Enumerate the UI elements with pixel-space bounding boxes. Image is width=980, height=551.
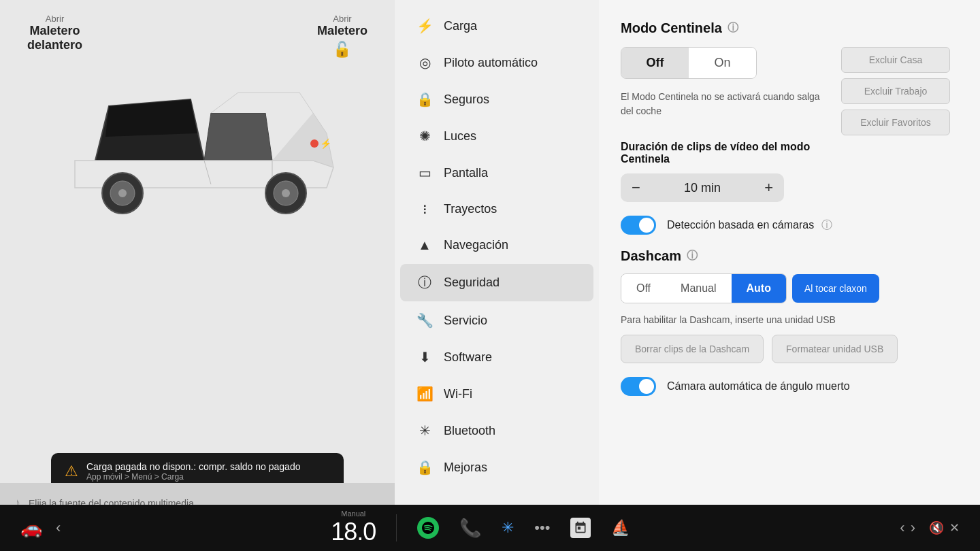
- temperature-display: 18.0: [331, 518, 376, 546]
- nav-item-mejoras[interactable]: 🔒 Mejoras: [400, 450, 593, 485]
- left-panel: Abrir Maleterodelantero Abrir Maletero 🔓: [0, 0, 395, 510]
- duration-control: − 10 min +: [621, 173, 784, 202]
- display-icon: ▭: [416, 165, 433, 181]
- nav-item-bluetooth[interactable]: ✳ Bluetooth: [400, 413, 593, 448]
- rear-trunk-label-main: Maletero: [317, 24, 368, 38]
- blind-spot-toggle-row: Cámara automática de ángulo muerto: [621, 377, 958, 396]
- svg-point-7: [282, 189, 290, 197]
- back-arrow-icon[interactable]: ‹: [56, 519, 61, 537]
- dashcam-toggle-group: Off Manual Auto: [621, 273, 787, 303]
- detection-info-icon[interactable]: ⓘ: [821, 219, 832, 231]
- bottom-center: Manual 18.0 📞 ✳ ••• ⛵: [331, 510, 630, 546]
- clip-duration-title: Duración de clips de vídeo del modoCenti…: [621, 141, 958, 165]
- dashcam-action-buttons: Borrar clips de la Dashcam Formatear uni…: [621, 335, 958, 363]
- nav-item-pantalla[interactable]: ▭ Pantalla: [400, 155, 593, 190]
- wifi-icon: 📶: [416, 386, 433, 402]
- sentinel-off-button[interactable]: Off: [621, 48, 689, 78]
- nav-item-luces[interactable]: ✺ Luces: [400, 118, 593, 154]
- warning-text: Carga pagada no dispon.: compr. saldo no…: [86, 461, 300, 482]
- car-svg: ⚡: [41, 52, 354, 242]
- prev-arrow-icon[interactable]: ‹: [900, 519, 904, 537]
- nav-panel: ⚡ Carga ◎ Piloto automático 🔒 Seguros ✺ …: [395, 0, 599, 510]
- sentinel-info-icon[interactable]: ⓘ: [728, 21, 738, 35]
- nav-arrows: ‹ ›: [900, 519, 915, 537]
- charge-icon: ⚡: [416, 18, 433, 34]
- svg-text:⚡: ⚡: [320, 138, 332, 150]
- nav-item-servicio[interactable]: 🔧 Servicio: [400, 303, 593, 338]
- improvements-icon: 🔒: [416, 459, 433, 475]
- blind-spot-toggle[interactable]: [621, 377, 656, 396]
- usb-text: Para habilitar la Dashcam, inserte una u…: [621, 314, 958, 325]
- volume-control: 🔇 ✕: [929, 520, 960, 535]
- warning-icon: ⚠: [65, 463, 78, 480]
- calendar-icon[interactable]: [570, 518, 591, 538]
- formatear-usb-button[interactable]: Formatear unidad USB: [772, 335, 898, 363]
- nav-item-trayectos[interactable]: ⫶ Trayectos: [400, 192, 593, 227]
- sentinel-description: El Modo Centinela no se activará cuando …: [621, 90, 825, 118]
- sentinel-on-button[interactable]: On: [689, 48, 756, 78]
- svg-point-4: [118, 189, 127, 197]
- horn-button[interactable]: Al tocar claxon: [792, 274, 879, 303]
- svg-point-8: [310, 139, 318, 148]
- nav-item-seguridad[interactable]: ⓘ Seguridad: [400, 264, 593, 301]
- more-options-icon[interactable]: •••: [534, 519, 550, 537]
- car-icon[interactable]: 🚗: [20, 518, 42, 539]
- bottom-bar: 🚗 ‹ Manual 18.0 📞 ✳ ••• ⛵ ‹ ›: [0, 505, 980, 551]
- lights-icon: ✺: [416, 128, 433, 144]
- detection-toggle[interactable]: [621, 216, 656, 235]
- next-arrow-icon[interactable]: ›: [911, 519, 915, 537]
- bottom-left: 🚗 ‹: [20, 518, 61, 539]
- bluetooth-icon: ✳: [416, 422, 433, 439]
- rear-trunk-label-small: Abrir: [317, 14, 368, 24]
- duration-increase-button[interactable]: +: [764, 179, 773, 197]
- dashcam-title: Dashcam ⓘ: [621, 248, 958, 264]
- navigation-icon[interactable]: ⛵: [611, 519, 630, 537]
- service-icon: 🔧: [416, 312, 433, 329]
- lock-icon: 🔒: [416, 91, 433, 107]
- warning-subtitle: App móvil > Menú > Carga: [86, 472, 300, 482]
- bottom-right: ‹ › 🔇 ✕: [900, 519, 960, 537]
- exclude-trabajo-button[interactable]: Excluir Trabajo: [841, 78, 950, 104]
- software-icon: ⬇: [416, 349, 433, 365]
- spotify-icon[interactable]: [417, 517, 439, 539]
- exclude-favoritos-button[interactable]: Excluir Favoritos: [841, 110, 950, 135]
- nav-item-seguros[interactable]: 🔒 Seguros: [400, 82, 593, 117]
- front-trunk-label-main: Maleterodelantero: [27, 24, 82, 52]
- sentinel-toggle-group: Off On: [621, 47, 757, 79]
- sentinel-section-title: Modo Centinela ⓘ: [621, 20, 958, 36]
- nav-item-wifi[interactable]: 📶 Wi-Fi: [400, 376, 593, 412]
- blind-spot-label: Cámara automática de ángulo muerto: [667, 380, 850, 393]
- nav-item-navegacion[interactable]: ▲ Navegación: [400, 228, 593, 263]
- duration-decrease-button[interactable]: −: [632, 179, 640, 197]
- duration-value: 10 min: [684, 181, 721, 195]
- navigation-icon: ▲: [416, 237, 433, 253]
- volume-x-icon: ✕: [949, 520, 960, 535]
- nav-item-software[interactable]: ⬇ Software: [400, 339, 593, 375]
- autopilot-icon: ◎: [416, 54, 433, 71]
- phone-icon[interactable]: 📞: [459, 518, 481, 539]
- manual-label: Manual: [341, 510, 365, 518]
- nav-item-carga[interactable]: ⚡ Carga: [400, 8, 593, 44]
- warning-title: Carga pagada no dispon.: compr. saldo no…: [86, 461, 300, 472]
- detection-label: Detección basada en cámaras ⓘ: [667, 218, 832, 233]
- car-controls: Abrir Maleterodelantero Abrir Maletero 🔓: [0, 0, 395, 59]
- nav-item-piloto[interactable]: ◎ Piloto automático: [400, 45, 593, 80]
- temp-container: Manual 18.0: [331, 510, 376, 546]
- bluetooth-icon[interactable]: ✳: [502, 519, 514, 537]
- trips-icon: ⫶: [416, 201, 433, 217]
- exclude-casa-button[interactable]: Excluir Casa: [841, 47, 950, 73]
- dashcam-controls: Off Manual Auto Al tocar claxon: [621, 273, 958, 303]
- right-panel: Modo Centinela ⓘ Off On El Modo Centinel…: [599, 0, 980, 510]
- volume-mute-icon[interactable]: 🔇: [929, 520, 944, 535]
- dashcam-auto-button[interactable]: Auto: [732, 274, 786, 303]
- dashcam-off-button[interactable]: Off: [621, 274, 666, 303]
- front-trunk-label-small: Abrir: [27, 14, 82, 24]
- car-image: ⚡: [0, 52, 395, 242]
- divider: [396, 514, 397, 541]
- detection-toggle-row: Detección basada en cámaras ⓘ: [621, 216, 958, 235]
- dashcam-info-icon[interactable]: ⓘ: [687, 249, 698, 263]
- dashcam-manual-button[interactable]: Manual: [666, 274, 731, 303]
- security-icon: ⓘ: [416, 273, 433, 292]
- borrar-clips-button[interactable]: Borrar clips de la Dashcam: [621, 335, 764, 363]
